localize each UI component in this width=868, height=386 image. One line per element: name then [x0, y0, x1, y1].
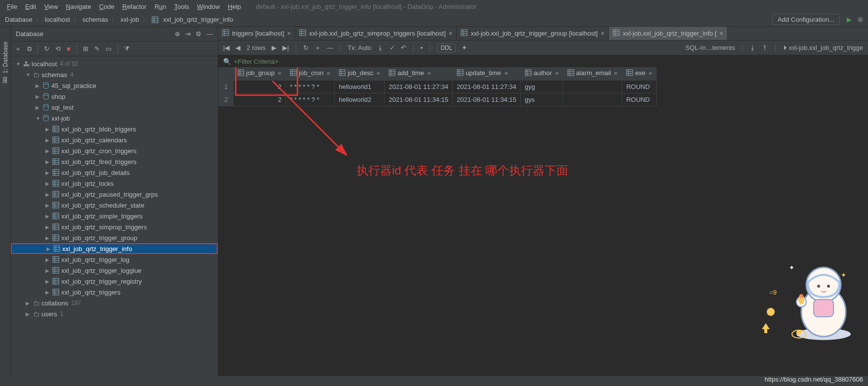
ddl-button[interactable]: DDL: [437, 43, 456, 52]
close-icon[interactable]: ×: [719, 30, 723, 37]
menu-navigate[interactable]: Navigate: [63, 2, 94, 11]
side-tab-label: 1: Database: [2, 42, 9, 74]
column-header[interactable]: job_group≑: [233, 67, 286, 80]
first-page-icon[interactable]: |◀: [223, 44, 230, 51]
last-page-icon[interactable]: ▶|: [282, 44, 289, 51]
duplicate-icon[interactable]: ⧉: [27, 45, 32, 53]
tree-table[interactable]: ▶xxl_job_qrtz_trigger_group: [11, 232, 218, 243]
tree-database[interactable]: ▶45_sql_practice: [11, 80, 218, 91]
menu-refactor[interactable]: Refactor: [119, 2, 150, 11]
tree-database[interactable]: ▶shop: [11, 91, 218, 102]
tree-table[interactable]: ▶xxl_job_qrtz_simprop_triggers: [11, 221, 218, 232]
tree-table[interactable]: ▶xxl_job_qrtz_triggers: [11, 287, 218, 298]
menu-code[interactable]: Code: [96, 2, 118, 11]
sql-dropdown[interactable]: SQL-In…tements: [685, 44, 735, 51]
editor-tab[interactable]: triggers [localhost]×: [218, 27, 295, 40]
console-icon[interactable]: ▭: [106, 45, 112, 52]
svg-rect-108: [525, 70, 531, 76]
commit-icon[interactable]: ⭳: [377, 44, 384, 51]
tree-collations[interactable]: ▶🗀 collations 197: [11, 298, 218, 308]
column-header[interactable]: add_time≑: [385, 67, 453, 80]
menu-help[interactable]: Help: [225, 2, 244, 11]
settings-icon[interactable]: ⚙: [196, 30, 201, 38]
run-icon[interactable]: ▶: [847, 16, 852, 23]
breadcrumb-db[interactable]: xxl-job: [120, 16, 139, 23]
side-tool-window-tab[interactable]: 1: Database 🗄: [0, 27, 11, 376]
menu-file[interactable]: File: [4, 2, 20, 11]
footer-url: https://blog.csdn.net/qq_38807606: [765, 376, 864, 383]
remove-row-icon[interactable]: —: [327, 44, 333, 51]
collapse-icon[interactable]: ⇥: [185, 30, 191, 38]
column-header[interactable]: exe≑: [622, 67, 657, 80]
column-header[interactable]: author≑: [520, 67, 563, 80]
next-page-icon[interactable]: ▶: [272, 44, 276, 51]
breadcrumb-table[interactable]: xxl_job_qrtz_trigger_info: [163, 16, 234, 23]
tree-table[interactable]: ▶xxl_job_qrtz_blob_triggers: [11, 124, 218, 134]
menu-edit[interactable]: Edit: [22, 2, 39, 11]
add-row-icon[interactable]: ＋: [315, 43, 321, 52]
tree-table[interactable]: ▶xxl_job_qrtz_simple_triggers: [11, 211, 218, 221]
breadcrumb-schemas[interactable]: schemas: [82, 16, 108, 23]
clone-icon[interactable]: ▪: [421, 44, 423, 51]
add-icon[interactable]: ＋: [15, 44, 21, 53]
table-view-icon[interactable]: ⊞: [83, 45, 88, 52]
editor-content: triggers [localhost]×xxl-job.xxl_job_qrt…: [218, 27, 868, 376]
column-header[interactable]: alarm_email≑: [563, 67, 622, 80]
tree-users[interactable]: ▶🗀 users 1: [11, 308, 218, 319]
target-icon[interactable]: ⊕: [175, 30, 180, 38]
tree-table[interactable]: ▶xxl_job_qrtz_trigger_registry: [11, 276, 218, 287]
editor-tab[interactable]: xxl-job.xxl_job_qrtz_simprop_triggers [l…: [295, 27, 457, 40]
editor-tab[interactable]: xxl-job.xxl_job_qrtz_trigger_group [loca…: [457, 27, 609, 40]
tree-table[interactable]: ▶xxl_job_qrtz_trigger_logglue: [11, 265, 218, 276]
tree-table[interactable]: ▶xxl_job_qrtz_cron_triggers: [11, 145, 218, 156]
column-header[interactable]: job_cron≑: [286, 67, 335, 80]
table-row[interactable]: 12* * * * * ? *helloworld12021-08-01 11:…: [218, 80, 657, 93]
breadcrumb-database[interactable]: Database: [5, 16, 33, 23]
editor-tab[interactable]: xxl-job.xxl_job_qrtz_trigger_info [×: [609, 27, 728, 40]
refresh-icon[interactable]: ↻: [44, 45, 49, 52]
column-header[interactable]: job_desc≑: [335, 67, 385, 80]
prev-page-icon[interactable]: ◀: [236, 44, 240, 51]
menu-tools[interactable]: Tools: [171, 2, 192, 11]
close-icon[interactable]: ×: [601, 30, 605, 37]
tree-table[interactable]: ▶xxl_job_qrtz_fired_triggers: [11, 156, 218, 167]
tree-table[interactable]: ▶xxl_job_qrtz_trigger_log: [11, 254, 218, 265]
tree-table[interactable]: ▶xxl_job_qrtz_calendars: [11, 134, 218, 145]
tree-schemas[interactable]: ▼🗀 schemas 4: [11, 69, 218, 80]
tree-root[interactable]: ▼🖧 localhost 4 of 32: [11, 58, 218, 69]
table-row[interactable]: 22* * * * * ? *helloworld22021-08-01 11:…: [218, 93, 657, 106]
filter-icon[interactable]: ⧩: [124, 45, 129, 53]
filter-row[interactable]: 🔍 <Filter Criteria>: [218, 55, 868, 67]
tree-table[interactable]: ▶xxl_job_qrtz_trigger_info: [11, 243, 218, 254]
hide-icon[interactable]: —: [206, 30, 213, 38]
menu-view[interactable]: View: [41, 2, 61, 11]
tree-table[interactable]: ▶xxl_job_qrtz_paused_trigger_grps: [11, 189, 218, 200]
tx-mode[interactable]: Tx: Auto: [348, 44, 371, 51]
stop-icon[interactable]: ■: [67, 45, 71, 52]
mini-tab[interactable]: 🞂xxl-job.xxl_job_qrtz_trigge: [783, 44, 863, 51]
rollback-icon[interactable]: ↶: [401, 44, 406, 51]
tree-table[interactable]: ▶xxl_job_qrtz_scheduler_state: [11, 200, 218, 211]
export-icon[interactable]: ⭳: [750, 44, 756, 51]
svg-rect-8: [53, 126, 59, 132]
close-icon[interactable]: ×: [287, 30, 291, 37]
add-configuration-button[interactable]: Add Configuration...: [772, 14, 840, 25]
tree-table[interactable]: ▶xxl_job_qrtz_locks: [11, 178, 218, 189]
reload-icon[interactable]: ↻: [303, 44, 309, 51]
row-count[interactable]: 2 rows: [246, 44, 265, 51]
breadcrumb-host[interactable]: localhost: [45, 16, 70, 23]
svg-point-4: [43, 83, 48, 85]
submit-icon[interactable]: ✓: [390, 44, 395, 51]
import-icon[interactable]: ⭱: [762, 44, 768, 51]
column-header[interactable]: update_time≑: [452, 67, 520, 80]
close-icon[interactable]: ×: [449, 30, 453, 37]
sync-icon[interactable]: ⟲: [55, 45, 61, 52]
menu-window[interactable]: Window: [194, 2, 223, 11]
edit-icon[interactable]: ✎: [94, 45, 100, 52]
debug-icon[interactable]: ⬢: [858, 16, 863, 23]
pin-icon[interactable]: ✦: [462, 44, 467, 51]
menu-run[interactable]: Run: [152, 2, 169, 11]
tree-database[interactable]: ▶sql_test: [11, 102, 218, 113]
tree-table[interactable]: ▶xxl_job_qrtz_job_details: [11, 167, 218, 178]
tree-database[interactable]: ▼xxl-job: [11, 113, 218, 124]
